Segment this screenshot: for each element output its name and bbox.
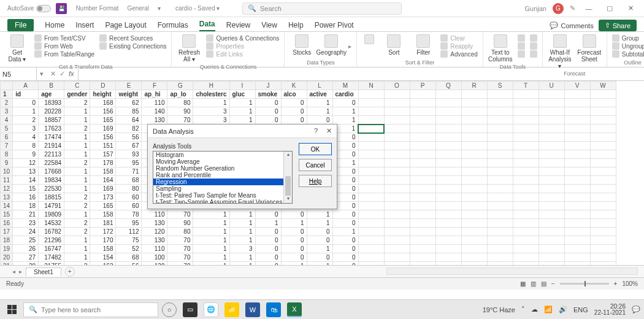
cell[interactable]: 1: [193, 219, 229, 228]
cell[interactable]: [564, 107, 590, 116]
cell[interactable]: [384, 107, 410, 116]
cell[interactable]: [590, 202, 616, 210]
cell[interactable]: 18815: [39, 193, 64, 202]
cell[interactable]: [564, 219, 590, 228]
cell[interactable]: 3: [193, 107, 229, 116]
cell[interactable]: [564, 142, 590, 150]
cell[interactable]: [358, 236, 384, 245]
tab-insert[interactable]: Insert: [75, 19, 94, 31]
cell[interactable]: 1: [307, 99, 332, 107]
cell[interactable]: 1: [307, 107, 332, 116]
cell[interactable]: 95: [116, 219, 142, 228]
cell[interactable]: [384, 210, 410, 219]
cell[interactable]: [487, 150, 513, 159]
cell[interactable]: 70: [167, 236, 193, 245]
document-name[interactable]: cardio - Saved ▾: [175, 5, 220, 12]
cell[interactable]: 158: [90, 210, 116, 219]
cell[interactable]: 0: [332, 236, 358, 245]
row-header[interactable]: 15: [1, 210, 13, 219]
col-header-Q[interactable]: Q: [435, 82, 461, 90]
cell[interactable]: [590, 107, 616, 116]
cell[interactable]: [410, 210, 435, 219]
from-web[interactable]: From Web: [34, 42, 94, 50]
cell[interactable]: 168: [90, 99, 116, 107]
cell[interactable]: [358, 176, 384, 185]
cell[interactable]: 151: [90, 142, 116, 150]
cell[interactable]: [435, 159, 461, 167]
cell[interactable]: [461, 202, 487, 210]
row-header[interactable]: 13: [1, 193, 13, 202]
cell[interactable]: [384, 245, 410, 253]
cell[interactable]: 0: [281, 99, 307, 107]
cell[interactable]: 169: [90, 125, 116, 133]
cell[interactable]: 1: [193, 210, 229, 219]
cell[interactable]: [590, 159, 616, 167]
cell[interactable]: [487, 116, 513, 125]
cell[interactable]: height: [90, 90, 116, 99]
advanced-filter[interactable]: Advanced: [440, 50, 477, 58]
cell[interactable]: 169: [90, 185, 116, 193]
cell[interactable]: 2: [64, 219, 90, 228]
cell[interactable]: [487, 133, 513, 142]
cell[interactable]: [384, 116, 410, 125]
cell[interactable]: [539, 159, 564, 167]
clear-filter[interactable]: Clear: [440, 34, 477, 42]
cell[interactable]: [410, 202, 435, 210]
cell[interactable]: [539, 176, 564, 185]
cell[interactable]: [461, 176, 487, 185]
cell[interactable]: [564, 133, 590, 142]
row-header[interactable]: 6: [1, 133, 13, 142]
cell[interactable]: 2: [13, 116, 39, 125]
cell[interactable]: 2: [64, 202, 90, 210]
autosave-toggle[interactable]: AutoSave: [7, 5, 51, 12]
cell[interactable]: 1: [193, 253, 229, 262]
cell[interactable]: 1: [193, 236, 229, 245]
start-button[interactable]: [4, 302, 20, 318]
cell[interactable]: 80: [116, 185, 142, 193]
cell[interactable]: 15: [13, 185, 39, 193]
prev-sheet-icon[interactable]: ◂: [12, 268, 15, 275]
minimize-button[interactable]: —: [581, 5, 596, 12]
cell[interactable]: 1: [13, 107, 39, 116]
cell[interactable]: active: [307, 90, 332, 99]
tab-page-layout[interactable]: Page Layout: [105, 19, 146, 31]
cell[interactable]: [513, 142, 539, 150]
cell[interactable]: [487, 253, 513, 262]
cell[interactable]: 70: [167, 245, 193, 253]
cell[interactable]: 1: [229, 99, 255, 107]
cell[interactable]: [410, 133, 435, 142]
reapply-filter[interactable]: Reapply: [440, 42, 477, 50]
cell[interactable]: [487, 99, 513, 107]
cell[interactable]: 2: [64, 228, 90, 236]
cell[interactable]: 9: [13, 150, 39, 159]
cell[interactable]: 80: [167, 99, 193, 107]
cell[interactable]: [461, 185, 487, 193]
cell[interactable]: 164: [90, 176, 116, 185]
queries-connections[interactable]: Queries & Connections: [206, 34, 279, 42]
cell[interactable]: [539, 133, 564, 142]
store-icon[interactable]: 🛍: [266, 302, 281, 317]
horizontal-scrollbar[interactable]: [386, 267, 638, 275]
cell[interactable]: 1: [64, 150, 90, 159]
cell[interactable]: 23: [13, 219, 39, 228]
cell[interactable]: [513, 99, 539, 107]
row-header[interactable]: 7: [1, 142, 13, 150]
cell[interactable]: [564, 125, 590, 133]
cell[interactable]: ap_hi: [142, 90, 167, 99]
weather-widget[interactable]: 19°C Haze: [483, 306, 515, 313]
cell[interactable]: 18857: [39, 116, 64, 125]
cell[interactable]: [513, 185, 539, 193]
cell[interactable]: [435, 202, 461, 210]
cell[interactable]: 0: [255, 245, 281, 253]
cell[interactable]: [384, 176, 410, 185]
cell[interactable]: [487, 159, 513, 167]
cell[interactable]: 56: [116, 133, 142, 142]
cell[interactable]: 1: [64, 167, 90, 176]
cell[interactable]: [590, 167, 616, 176]
col-header-C[interactable]: C: [64, 82, 90, 90]
fx-icon[interactable]: fx: [69, 70, 74, 78]
cell[interactable]: 24: [13, 228, 39, 236]
cell[interactable]: [513, 107, 539, 116]
cell[interactable]: [461, 167, 487, 176]
cell[interactable]: 4: [13, 133, 39, 142]
